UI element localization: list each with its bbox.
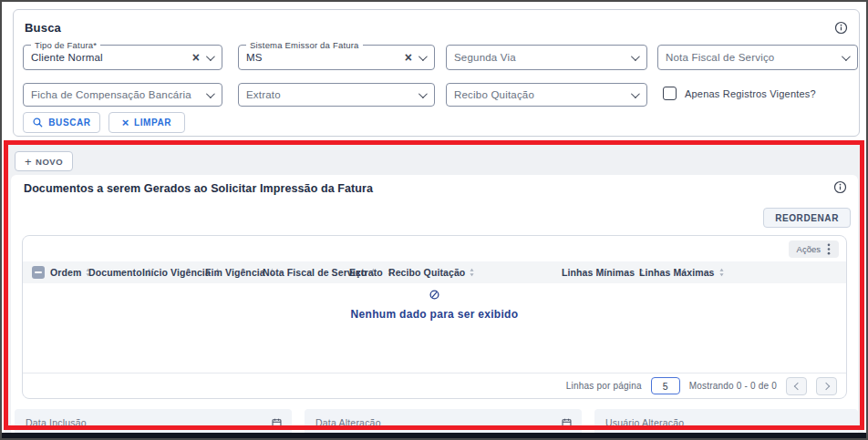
info-icon[interactable] (834, 21, 848, 35)
showing-count: Mostrando 0 - 0 de 0 (689, 381, 777, 391)
column-recibo-quitacao[interactable]: Recibo Quitação (388, 261, 475, 283)
field-label: Data Alteração (315, 417, 561, 428)
reordenar-button[interactable]: REORDENAR (763, 208, 851, 228)
bottom-edge-bar (2, 433, 866, 438)
field-label: Data Inclusão (26, 417, 271, 428)
chevron-right-icon (822, 382, 829, 389)
calendar-icon[interactable] (271, 417, 283, 429)
segunda-via-select[interactable]: Segunda Via (446, 45, 647, 70)
checkbox-box[interactable] (663, 87, 677, 100)
select-placeholder: Segunda Via (454, 52, 631, 63)
info-icon[interactable] (833, 180, 847, 194)
pagination-bar: Linhas por página Mostrando 0 - 0 de 0 (23, 373, 846, 398)
x-icon (122, 117, 129, 128)
rows-per-page-label: Linhas por página (566, 381, 642, 391)
extrato-select[interactable]: Extrato (238, 83, 435, 107)
sistema-emissor-select[interactable]: Sistema Emissor da Fatura MS (238, 45, 435, 70)
tipo-de-fatura-select[interactable]: Tipo de Fatura* Cliente Normal (23, 45, 222, 70)
documents-card: Documentos a serem Gerados ao Solicitar … (11, 175, 858, 436)
select-placeholder: Nota Fiscal de Serviço (666, 52, 842, 63)
checkbox-label: Apenas Registros Vigentes? (685, 88, 816, 99)
novo-button[interactable]: NOVO (15, 151, 73, 171)
chevron-down-icon (418, 52, 428, 61)
chevron-down-icon (631, 52, 640, 61)
chevron-down-icon (206, 52, 215, 61)
nota-fiscal-servico-select[interactable]: Nota Fiscal de Serviço (657, 45, 858, 70)
select-value: Cliente Normal (31, 52, 189, 63)
more-vert-icon (827, 243, 831, 255)
column-label: Extrato (349, 267, 383, 278)
reordenar-label: REORDENAR (775, 213, 839, 223)
select-placeholder: Recibo Quitação (454, 89, 631, 100)
no-data-icon (429, 289, 440, 301)
column-extrato[interactable]: Extrato (349, 261, 393, 283)
field-label: Usuário Alteração (605, 417, 849, 428)
chevron-down-icon (631, 89, 640, 98)
select-placeholder: Extrato (246, 89, 418, 100)
limpar-label: LIMPAR (134, 118, 171, 128)
select-label: Tipo de Fatura* (31, 40, 100, 50)
column-linhas-maximas[interactable]: Linhas Máximas (639, 261, 725, 283)
documents-section: NOVO Documentos a serem Gerados ao Solic… (5, 141, 863, 436)
busca-title: Busca (25, 21, 61, 35)
column-label: Linhas Mínimas (562, 267, 635, 278)
sort-icon (718, 268, 725, 277)
sort-icon (469, 268, 475, 277)
busca-panel: Busca Tipo de Fatura* Cliente Normal Sis… (13, 9, 860, 137)
column-linhas-minimas[interactable]: Linhas Mínimas (562, 261, 645, 283)
column-label: Linhas Máximas (639, 267, 715, 278)
chevron-left-icon (793, 382, 801, 389)
ficha-compensacao-select[interactable]: Ficha de Compensação Bancária (23, 83, 222, 107)
recibo-quitacao-select[interactable]: Recibo Quitação (446, 83, 647, 107)
chevron-down-icon (206, 89, 215, 98)
apenas-vigentes-checkbox[interactable]: Apenas Registros Vigentes? (663, 87, 816, 100)
empty-message: Nenhum dado para ser exibido (351, 308, 519, 321)
search-icon (32, 117, 44, 128)
buscar-button[interactable]: BUSCAR (23, 112, 100, 133)
rows-per-page-input[interactable] (651, 377, 680, 394)
chevron-down-icon (842, 52, 851, 61)
documents-title: Documentos a serem Gerados ao Solicitar … (24, 182, 373, 195)
select-label: Sistema Emissor da Fatura (246, 40, 363, 50)
column-label: Documento (88, 267, 142, 278)
select-all-checkbox[interactable] (32, 266, 45, 279)
clear-icon[interactable] (405, 51, 412, 64)
column-label: Ordem (50, 267, 81, 278)
documents-table: Ações Ordem Documento (22, 235, 847, 399)
app-window: Busca Tipo de Fatura* Cliente Normal Sis… (0, 0, 868, 440)
next-page-button[interactable] (816, 377, 837, 395)
select-value: MS (246, 52, 401, 63)
acoes-label: Ações (797, 244, 821, 254)
acoes-button[interactable]: Ações (789, 240, 839, 258)
select-placeholder: Ficha de Compensação Bancária (31, 89, 206, 100)
novo-label: NOVO (36, 157, 63, 167)
column-label: Início Vigência (142, 267, 211, 278)
table-header-row: Ordem Documento Início Vigência Fim Vigê… (23, 261, 846, 283)
empty-state: Nenhum dado para ser exibido (23, 289, 846, 321)
previous-page-button[interactable] (786, 377, 807, 395)
chevron-down-icon (418, 89, 428, 98)
plus-icon (25, 156, 32, 168)
column-label: Recibo Quitação (388, 267, 465, 278)
column-ordem[interactable]: Ordem (50, 261, 91, 283)
calendar-icon[interactable] (561, 417, 573, 429)
clear-icon[interactable] (192, 51, 200, 64)
column-label: Fim Vigência (205, 267, 265, 278)
buscar-label: BUSCAR (48, 118, 90, 128)
limpar-button[interactable]: LIMPAR (108, 112, 185, 133)
